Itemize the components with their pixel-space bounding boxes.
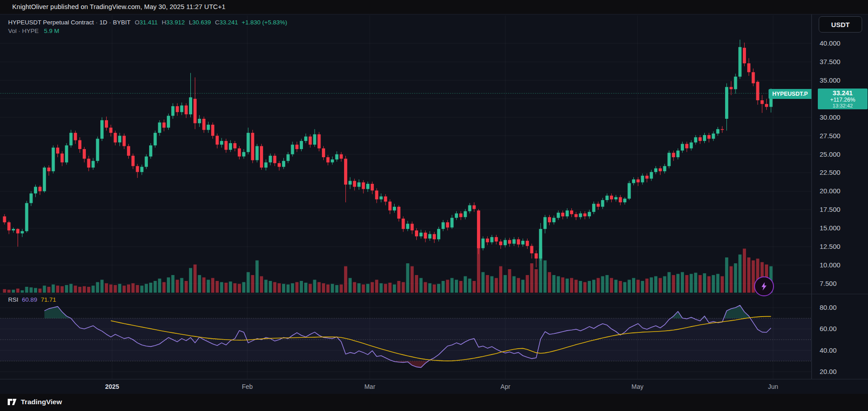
price-axis-label: 17.500: [820, 206, 840, 213]
symbol-legend: HYPEUSDT Perpetual Contract·1D·BYBITO31.…: [8, 19, 287, 26]
candles: [3, 40, 773, 267]
symbol-title[interactable]: HYPEUSDT Perpetual Contract: [8, 19, 94, 26]
price-rsi-chart[interactable]: [0, 14, 868, 379]
last-price-axis-label: 33.241 +117.26% 13:32:42: [818, 89, 868, 109]
interval-label[interactable]: 1D: [99, 19, 107, 26]
ohlc-letter: H: [162, 19, 166, 26]
rsi-axis-label: 40.00: [820, 346, 837, 354]
price-axis-label: 7.500: [820, 280, 837, 287]
last-price-change: +117.26%: [818, 97, 868, 103]
rsi-legend: RSI60.8971.71: [8, 296, 56, 303]
price-axis[interactable]: USDT 33.241 +117.26% 13:32:42 40.00037.5…: [811, 14, 868, 379]
ohlc-letter: C: [215, 19, 220, 26]
rsi-axis-label: 80.00: [820, 304, 837, 311]
time-axis-label: Feb: [242, 383, 253, 390]
tradingview-logo-text: TradingView: [21, 398, 62, 406]
time-axis-label: Apr: [500, 383, 510, 390]
rsi-ma-value: 71.71: [41, 296, 56, 303]
bar-countdown: 13:32:42: [818, 103, 868, 109]
chart-area[interactable]: HYPEUSDT Perpetual Contract·1D·BYBITO31.…: [0, 14, 868, 394]
time-axis-label: 2025: [105, 383, 119, 390]
tradingview-logo-icon: [7, 397, 17, 406]
price-axis-label: 12.500: [820, 243, 840, 250]
ohlc-value: 33.912: [166, 19, 184, 26]
rsi-label[interactable]: RSI: [8, 296, 19, 303]
currency-toggle-button[interactable]: USDT: [819, 16, 862, 33]
price-axis-label: 35.000: [820, 76, 840, 84]
price-axis-label: 37.500: [820, 58, 840, 65]
footer-bar: TradingView: [0, 394, 868, 411]
tradingview-chart-page: KnightOliver published on TradingView.co…: [0, 0, 868, 411]
time-axis-label: Jun: [768, 383, 778, 390]
rsi-value: 60.89: [22, 296, 38, 303]
change-value: +1.830 (+5.83%): [242, 19, 288, 26]
price-axis-label: 10.000: [820, 261, 840, 269]
rsi-axis-label: 20.00: [820, 368, 837, 375]
volume-label: Vol · HYPE: [8, 28, 39, 34]
price-axis-label: 40.000: [820, 39, 840, 47]
ohlc-values: O31.411H33.912L30.639C33.241: [131, 19, 238, 26]
ohlc-letter: O: [135, 19, 140, 26]
volume-legend: Vol · HYPE 5.9 M: [8, 28, 59, 34]
publish-text: KnightOliver published on TradingView.co…: [12, 3, 226, 10]
publish-bar: KnightOliver published on TradingView.co…: [0, 0, 868, 14]
price-axis-label: 27.500: [820, 132, 840, 140]
rsi-band: [0, 318, 811, 361]
time-axis-label: May: [632, 383, 643, 390]
rsi-axis-label: 60.00: [820, 325, 837, 332]
price-axis-label: 25.000: [820, 150, 840, 158]
price-axis-label: 22.500: [820, 168, 840, 176]
price-axis-label: 20.000: [820, 187, 840, 195]
exchange-label: BYBIT: [113, 19, 131, 26]
symbol-price-tag: HYPEUSDT.P: [769, 89, 811, 99]
ohlc-value: 30.639: [192, 19, 211, 26]
time-axis[interactable]: 2025FebMarAprMayJun: [0, 379, 868, 395]
time-axis-label: Mar: [364, 383, 375, 390]
ohlc-value: 33.241: [219, 19, 238, 26]
price-axis-label: 15.000: [820, 224, 840, 232]
price-axis-label: 30.000: [820, 113, 840, 121]
volume-value: 5.9 M: [44, 28, 59, 34]
boost-button[interactable]: [754, 276, 774, 296]
last-price: 33.241: [818, 89, 868, 97]
lightning-icon: [759, 281, 769, 291]
tradingview-logo[interactable]: TradingView: [7, 397, 62, 406]
ohlc-value: 31.411: [139, 19, 157, 26]
